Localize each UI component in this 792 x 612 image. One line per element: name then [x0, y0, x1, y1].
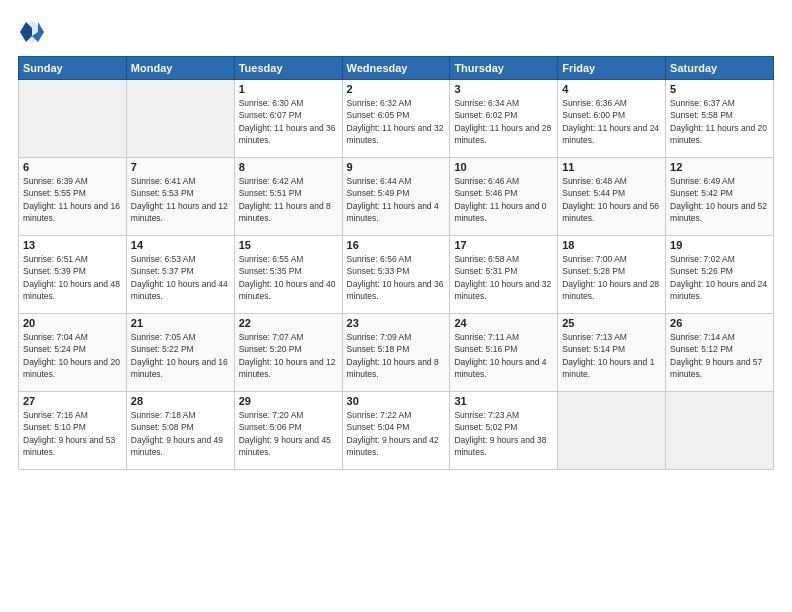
calendar-cell: 20Sunrise: 7:04 AMSunset: 5:24 PMDayligh…	[19, 314, 127, 392]
calendar-cell: 6Sunrise: 6:39 AMSunset: 5:55 PMDaylight…	[19, 158, 127, 236]
calendar-cell: 10Sunrise: 6:46 AMSunset: 5:46 PMDayligh…	[450, 158, 558, 236]
day-number: 19	[670, 239, 769, 251]
day-number: 10	[454, 161, 553, 173]
day-info: Sunrise: 6:36 AMSunset: 6:00 PMDaylight:…	[562, 97, 661, 146]
weekday-header: Friday	[558, 57, 666, 80]
day-number: 31	[454, 395, 553, 407]
calendar-cell: 17Sunrise: 6:58 AMSunset: 5:31 PMDayligh…	[450, 236, 558, 314]
day-info: Sunrise: 6:34 AMSunset: 6:02 PMDaylight:…	[454, 97, 553, 146]
calendar-cell: 11Sunrise: 6:48 AMSunset: 5:44 PMDayligh…	[558, 158, 666, 236]
calendar-cell: 21Sunrise: 7:05 AMSunset: 5:22 PMDayligh…	[126, 314, 234, 392]
day-info: Sunrise: 7:09 AMSunset: 5:18 PMDaylight:…	[347, 331, 446, 380]
calendar-table: SundayMondayTuesdayWednesdayThursdayFrid…	[18, 56, 774, 470]
calendar-cell: 15Sunrise: 6:55 AMSunset: 5:35 PMDayligh…	[234, 236, 342, 314]
day-number: 5	[670, 83, 769, 95]
day-number: 27	[23, 395, 122, 407]
weekday-header: Monday	[126, 57, 234, 80]
day-number: 1	[239, 83, 338, 95]
day-number: 11	[562, 161, 661, 173]
day-info: Sunrise: 6:55 AMSunset: 5:35 PMDaylight:…	[239, 253, 338, 302]
calendar-cell: 9Sunrise: 6:44 AMSunset: 5:49 PMDaylight…	[342, 158, 450, 236]
day-info: Sunrise: 6:39 AMSunset: 5:55 PMDaylight:…	[23, 175, 122, 224]
day-info: Sunrise: 7:14 AMSunset: 5:12 PMDaylight:…	[670, 331, 769, 380]
day-info: Sunrise: 6:48 AMSunset: 5:44 PMDaylight:…	[562, 175, 661, 224]
calendar-cell: 8Sunrise: 6:42 AMSunset: 5:51 PMDaylight…	[234, 158, 342, 236]
weekday-header: Tuesday	[234, 57, 342, 80]
day-number: 21	[131, 317, 230, 329]
calendar-cell: 24Sunrise: 7:11 AMSunset: 5:16 PMDayligh…	[450, 314, 558, 392]
calendar-cell: 28Sunrise: 7:18 AMSunset: 5:08 PMDayligh…	[126, 392, 234, 470]
weekday-header: Thursday	[450, 57, 558, 80]
day-number: 4	[562, 83, 661, 95]
calendar-cell	[19, 80, 127, 158]
day-info: Sunrise: 6:53 AMSunset: 5:37 PMDaylight:…	[131, 253, 230, 302]
day-number: 28	[131, 395, 230, 407]
weekday-header: Sunday	[19, 57, 127, 80]
day-number: 22	[239, 317, 338, 329]
day-number: 9	[347, 161, 446, 173]
calendar-cell: 1Sunrise: 6:30 AMSunset: 6:07 PMDaylight…	[234, 80, 342, 158]
calendar-cell	[126, 80, 234, 158]
day-info: Sunrise: 6:49 AMSunset: 5:42 PMDaylight:…	[670, 175, 769, 224]
day-info: Sunrise: 7:07 AMSunset: 5:20 PMDaylight:…	[239, 331, 338, 380]
day-info: Sunrise: 6:30 AMSunset: 6:07 PMDaylight:…	[239, 97, 338, 146]
day-number: 12	[670, 161, 769, 173]
day-info: Sunrise: 6:58 AMSunset: 5:31 PMDaylight:…	[454, 253, 553, 302]
day-number: 30	[347, 395, 446, 407]
calendar-cell: 12Sunrise: 6:49 AMSunset: 5:42 PMDayligh…	[666, 158, 774, 236]
calendar-week-row: 13Sunrise: 6:51 AMSunset: 5:39 PMDayligh…	[19, 236, 774, 314]
day-info: Sunrise: 6:41 AMSunset: 5:53 PMDaylight:…	[131, 175, 230, 224]
day-info: Sunrise: 6:37 AMSunset: 5:58 PMDaylight:…	[670, 97, 769, 146]
day-number: 14	[131, 239, 230, 251]
calendar-week-row: 6Sunrise: 6:39 AMSunset: 5:55 PMDaylight…	[19, 158, 774, 236]
day-number: 23	[347, 317, 446, 329]
weekday-header: Wednesday	[342, 57, 450, 80]
day-number: 8	[239, 161, 338, 173]
day-number: 26	[670, 317, 769, 329]
day-number: 17	[454, 239, 553, 251]
day-number: 18	[562, 239, 661, 251]
day-number: 3	[454, 83, 553, 95]
day-info: Sunrise: 6:51 AMSunset: 5:39 PMDaylight:…	[23, 253, 122, 302]
calendar-cell: 22Sunrise: 7:07 AMSunset: 5:20 PMDayligh…	[234, 314, 342, 392]
day-number: 16	[347, 239, 446, 251]
day-info: Sunrise: 7:02 AMSunset: 5:26 PMDaylight:…	[670, 253, 769, 302]
day-number: 2	[347, 83, 446, 95]
day-number: 25	[562, 317, 661, 329]
day-info: Sunrise: 7:18 AMSunset: 5:08 PMDaylight:…	[131, 409, 230, 458]
day-info: Sunrise: 7:04 AMSunset: 5:24 PMDaylight:…	[23, 331, 122, 380]
calendar-cell	[666, 392, 774, 470]
calendar-cell: 16Sunrise: 6:56 AMSunset: 5:33 PMDayligh…	[342, 236, 450, 314]
calendar-cell: 18Sunrise: 7:00 AMSunset: 5:28 PMDayligh…	[558, 236, 666, 314]
calendar-cell: 7Sunrise: 6:41 AMSunset: 5:53 PMDaylight…	[126, 158, 234, 236]
calendar-cell: 3Sunrise: 6:34 AMSunset: 6:02 PMDaylight…	[450, 80, 558, 158]
calendar-cell: 30Sunrise: 7:22 AMSunset: 5:04 PMDayligh…	[342, 392, 450, 470]
day-number: 6	[23, 161, 122, 173]
day-info: Sunrise: 6:46 AMSunset: 5:46 PMDaylight:…	[454, 175, 553, 224]
calendar-cell: 27Sunrise: 7:16 AMSunset: 5:10 PMDayligh…	[19, 392, 127, 470]
calendar-cell: 19Sunrise: 7:02 AMSunset: 5:26 PMDayligh…	[666, 236, 774, 314]
day-info: Sunrise: 6:42 AMSunset: 5:51 PMDaylight:…	[239, 175, 338, 224]
calendar-week-row: 20Sunrise: 7:04 AMSunset: 5:24 PMDayligh…	[19, 314, 774, 392]
day-info: Sunrise: 7:00 AMSunset: 5:28 PMDaylight:…	[562, 253, 661, 302]
calendar-cell: 14Sunrise: 6:53 AMSunset: 5:37 PMDayligh…	[126, 236, 234, 314]
day-number: 13	[23, 239, 122, 251]
day-number: 15	[239, 239, 338, 251]
calendar-cell: 4Sunrise: 6:36 AMSunset: 6:00 PMDaylight…	[558, 80, 666, 158]
day-number: 29	[239, 395, 338, 407]
logo-icon	[18, 18, 46, 46]
header	[18, 18, 774, 46]
calendar-cell: 31Sunrise: 7:23 AMSunset: 5:02 PMDayligh…	[450, 392, 558, 470]
calendar-cell	[558, 392, 666, 470]
day-info: Sunrise: 6:32 AMSunset: 6:05 PMDaylight:…	[347, 97, 446, 146]
calendar-page: SundayMondayTuesdayWednesdayThursdayFrid…	[0, 0, 792, 612]
calendar-week-row: 1Sunrise: 6:30 AMSunset: 6:07 PMDaylight…	[19, 80, 774, 158]
day-info: Sunrise: 7:23 AMSunset: 5:02 PMDaylight:…	[454, 409, 553, 458]
calendar-cell: 25Sunrise: 7:13 AMSunset: 5:14 PMDayligh…	[558, 314, 666, 392]
day-info: Sunrise: 6:56 AMSunset: 5:33 PMDaylight:…	[347, 253, 446, 302]
day-info: Sunrise: 7:05 AMSunset: 5:22 PMDaylight:…	[131, 331, 230, 380]
calendar-cell: 5Sunrise: 6:37 AMSunset: 5:58 PMDaylight…	[666, 80, 774, 158]
day-number: 24	[454, 317, 553, 329]
day-info: Sunrise: 7:16 AMSunset: 5:10 PMDaylight:…	[23, 409, 122, 458]
day-info: Sunrise: 7:13 AMSunset: 5:14 PMDaylight:…	[562, 331, 661, 380]
